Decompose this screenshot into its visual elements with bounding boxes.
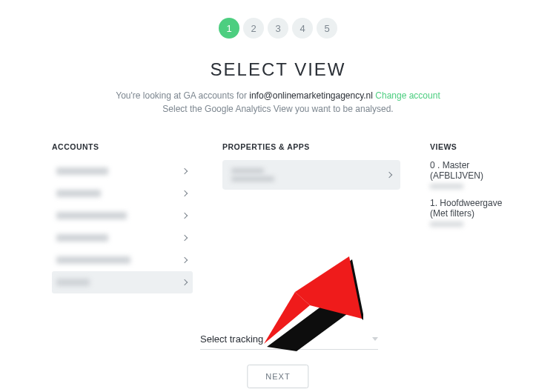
property-row[interactable] (222, 160, 400, 190)
properties-column: PROPERTIES & APPS (222, 142, 400, 293)
step-2[interactable]: 2 (243, 18, 264, 39)
view-sub (430, 222, 463, 227)
tracking-wrap: Select tracking (200, 329, 378, 350)
intro-text: You're looking at GA accounts for info@o… (0, 89, 556, 116)
account-row[interactable] (52, 271, 193, 293)
select-tracking-dropdown[interactable]: Select tracking (200, 329, 378, 350)
account-row[interactable] (52, 205, 193, 227)
chevron-down-icon (372, 337, 378, 341)
tracking-label: Select tracking (200, 333, 263, 345)
view-row[interactable]: 0 . Master (AFBLIJVEN) (430, 160, 512, 181)
stepper: 1 2 3 4 5 (0, 0, 556, 39)
intro-email: info@onlinemarketingagency.nl (249, 90, 373, 101)
views-column: VIEWS 0 . Master (AFBLIJVEN) 1. Hoofdwee… (430, 142, 512, 293)
step-5[interactable]: 5 (317, 18, 337, 39)
chevron-right-icon (182, 213, 188, 219)
chevron-right-icon (182, 168, 188, 174)
account-label (56, 212, 127, 219)
step-3[interactable]: 3 (268, 18, 288, 39)
account-label (56, 167, 108, 175)
accounts-head: ACCOUNTS (52, 142, 193, 151)
chevron-right-icon (182, 279, 188, 285)
account-row[interactable] (52, 227, 193, 249)
next-button[interactable]: NEXT (247, 365, 308, 388)
properties-head: PROPERTIES & APPS (222, 142, 400, 151)
view-row[interactable]: 1. Hoofdweergave (Met filters) (430, 198, 512, 219)
columns: ACCOUNTS PROPERTIES & APPS (0, 142, 556, 293)
account-label (56, 279, 90, 286)
chevron-right-icon (182, 257, 188, 263)
chevron-right-icon (182, 190, 188, 196)
intro-prefix: You're looking at GA accounts for (116, 90, 249, 101)
account-row[interactable] (52, 160, 193, 182)
step-1[interactable]: 1 (219, 18, 239, 39)
accounts-column: ACCOUNTS (52, 142, 193, 293)
page-title: SELECT VIEW (0, 59, 556, 80)
account-label (56, 256, 130, 264)
chevron-right-icon (386, 172, 392, 178)
property-label (231, 168, 274, 182)
chevron-right-icon (182, 235, 188, 241)
account-row[interactable] (52, 182, 193, 205)
account-label (56, 190, 101, 197)
intro-sub: Select the Google Analytics View you wan… (162, 104, 393, 114)
change-account-link[interactable]: Change account (375, 90, 440, 101)
account-label (56, 234, 108, 242)
account-row[interactable] (52, 249, 193, 271)
step-4[interactable]: 4 (292, 18, 313, 39)
view-sub (430, 184, 463, 189)
views-head: VIEWS (430, 142, 512, 151)
